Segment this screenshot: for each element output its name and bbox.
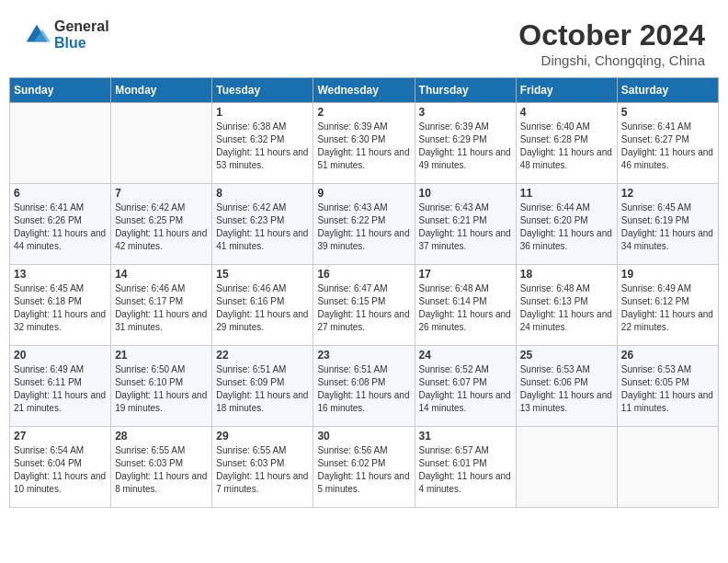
day-info: Sunrise: 6:56 AM Sunset: 6:02 PM Dayligh…: [317, 444, 410, 496]
page-header: General Blue October 2024 Dingshi, Chong…: [9, 9, 719, 73]
day-number: 9: [317, 187, 410, 200]
day-number: 20: [14, 349, 107, 362]
day-info: Sunrise: 6:50 AM Sunset: 6:10 PM Dayligh…: [115, 363, 208, 415]
day-number: 17: [419, 268, 512, 281]
day-number: 2: [317, 106, 410, 119]
weekday-header: Sunday: [10, 78, 111, 103]
day-number: 14: [115, 268, 208, 281]
calendar-cell: 19Sunrise: 6:49 AM Sunset: 6:12 PM Dayli…: [617, 265, 718, 346]
day-number: 21: [115, 349, 208, 362]
calendar-cell: 8Sunrise: 6:42 AM Sunset: 6:23 PM Daylig…: [212, 184, 313, 265]
day-number: 15: [216, 268, 309, 281]
calendar-cell: 20Sunrise: 6:49 AM Sunset: 6:11 PM Dayli…: [10, 346, 111, 427]
title-block: October 2024 Dingshi, Chongqing, China: [518, 18, 705, 68]
day-info: Sunrise: 6:39 AM Sunset: 6:30 PM Dayligh…: [317, 121, 410, 172]
day-number: 24: [419, 349, 512, 362]
day-info: Sunrise: 6:39 AM Sunset: 6:29 PM Dayligh…: [419, 121, 512, 172]
calendar-cell: 7Sunrise: 6:42 AM Sunset: 6:25 PM Daylig…: [111, 184, 212, 265]
calendar-week-row: 6Sunrise: 6:41 AM Sunset: 6:26 PM Daylig…: [10, 184, 719, 265]
day-info: Sunrise: 6:55 AM Sunset: 6:03 PM Dayligh…: [216, 444, 309, 496]
day-info: Sunrise: 6:44 AM Sunset: 6:20 PM Dayligh…: [520, 201, 613, 253]
calendar-cell: 4Sunrise: 6:40 AM Sunset: 6:28 PM Daylig…: [516, 103, 617, 184]
logo-icon: [23, 21, 51, 49]
day-number: 8: [216, 187, 309, 200]
day-info: Sunrise: 6:52 AM Sunset: 6:07 PM Dayligh…: [419, 363, 512, 415]
day-info: Sunrise: 6:47 AM Sunset: 6:15 PM Dayligh…: [317, 282, 410, 334]
calendar-header-row: SundayMondayTuesdayWednesdayThursdayFrid…: [10, 78, 719, 103]
day-info: Sunrise: 6:55 AM Sunset: 6:03 PM Dayligh…: [115, 444, 208, 496]
calendar-cell: 27Sunrise: 6:54 AM Sunset: 6:04 PM Dayli…: [10, 427, 111, 508]
day-number: 19: [621, 268, 714, 281]
logo-general: General: [54, 18, 109, 35]
calendar-cell: 18Sunrise: 6:48 AM Sunset: 6:13 PM Dayli…: [516, 265, 617, 346]
calendar-cell: [111, 103, 212, 184]
calendar-cell: [617, 427, 718, 508]
calendar-cell: 9Sunrise: 6:43 AM Sunset: 6:22 PM Daylig…: [313, 184, 415, 265]
location: Dingshi, Chongqing, China: [518, 52, 705, 68]
weekday-header: Thursday: [415, 78, 516, 103]
calendar-week-row: 1Sunrise: 6:38 AM Sunset: 6:32 PM Daylig…: [10, 103, 719, 184]
day-number: 22: [216, 349, 309, 362]
day-number: 23: [317, 349, 410, 362]
calendar-cell: 16Sunrise: 6:47 AM Sunset: 6:15 PM Dayli…: [313, 265, 415, 346]
calendar-week-row: 27Sunrise: 6:54 AM Sunset: 6:04 PM Dayli…: [10, 427, 719, 508]
calendar-cell: 6Sunrise: 6:41 AM Sunset: 6:26 PM Daylig…: [10, 184, 111, 265]
calendar-cell: 24Sunrise: 6:52 AM Sunset: 6:07 PM Dayli…: [415, 346, 516, 427]
calendar-cell: 31Sunrise: 6:57 AM Sunset: 6:01 PM Dayli…: [415, 427, 516, 508]
weekday-header: Wednesday: [313, 78, 415, 103]
calendar-cell: 5Sunrise: 6:41 AM Sunset: 6:27 PM Daylig…: [617, 103, 718, 184]
calendar-week-row: 20Sunrise: 6:49 AM Sunset: 6:11 PM Dayli…: [10, 346, 719, 427]
day-info: Sunrise: 6:46 AM Sunset: 6:16 PM Dayligh…: [216, 282, 309, 334]
day-number: 11: [520, 187, 613, 200]
day-info: Sunrise: 6:49 AM Sunset: 6:12 PM Dayligh…: [621, 282, 714, 334]
day-number: 6: [14, 187, 107, 200]
month-title: October 2024: [518, 18, 705, 52]
day-info: Sunrise: 6:49 AM Sunset: 6:11 PM Dayligh…: [14, 363, 107, 415]
calendar-cell: 17Sunrise: 6:48 AM Sunset: 6:14 PM Dayli…: [415, 265, 516, 346]
calendar-cell: 22Sunrise: 6:51 AM Sunset: 6:09 PM Dayli…: [212, 346, 313, 427]
calendar-cell: 3Sunrise: 6:39 AM Sunset: 6:29 PM Daylig…: [415, 103, 516, 184]
day-info: Sunrise: 6:43 AM Sunset: 6:21 PM Dayligh…: [419, 201, 512, 253]
weekday-header: Monday: [111, 78, 212, 103]
logo-text: General Blue: [54, 18, 109, 51]
calendar-week-row: 13Sunrise: 6:45 AM Sunset: 6:18 PM Dayli…: [10, 265, 719, 346]
day-number: 31: [419, 430, 512, 442]
day-number: 16: [317, 268, 410, 281]
day-number: 1: [216, 106, 309, 119]
day-info: Sunrise: 6:53 AM Sunset: 6:06 PM Dayligh…: [520, 363, 613, 415]
calendar-cell: 23Sunrise: 6:51 AM Sunset: 6:08 PM Dayli…: [313, 346, 415, 427]
calendar-cell: 14Sunrise: 6:46 AM Sunset: 6:17 PM Dayli…: [111, 265, 212, 346]
day-info: Sunrise: 6:57 AM Sunset: 6:01 PM Dayligh…: [419, 444, 512, 496]
logo: General Blue: [23, 18, 109, 51]
calendar-cell: [516, 427, 617, 508]
day-info: Sunrise: 6:51 AM Sunset: 6:09 PM Dayligh…: [216, 363, 309, 415]
weekday-header: Tuesday: [212, 78, 313, 103]
day-number: 5: [621, 106, 714, 119]
day-info: Sunrise: 6:51 AM Sunset: 6:08 PM Dayligh…: [317, 363, 410, 415]
day-info: Sunrise: 6:54 AM Sunset: 6:04 PM Dayligh…: [14, 444, 107, 496]
day-info: Sunrise: 6:48 AM Sunset: 6:14 PM Dayligh…: [419, 282, 512, 334]
day-info: Sunrise: 6:48 AM Sunset: 6:13 PM Dayligh…: [520, 282, 613, 334]
calendar-cell: 11Sunrise: 6:44 AM Sunset: 6:20 PM Dayli…: [516, 184, 617, 265]
calendar-cell: [10, 103, 111, 184]
logo-blue: Blue: [54, 35, 109, 52]
calendar-cell: 1Sunrise: 6:38 AM Sunset: 6:32 PM Daylig…: [212, 103, 313, 184]
weekday-header: Friday: [516, 78, 617, 103]
weekday-header: Saturday: [617, 78, 718, 103]
calendar-cell: 13Sunrise: 6:45 AM Sunset: 6:18 PM Dayli…: [10, 265, 111, 346]
day-number: 28: [115, 430, 208, 442]
day-number: 3: [419, 106, 512, 119]
day-number: 7: [115, 187, 208, 200]
calendar-cell: 26Sunrise: 6:53 AM Sunset: 6:05 PM Dayli…: [617, 346, 718, 427]
day-number: 30: [317, 430, 410, 442]
calendar-cell: 25Sunrise: 6:53 AM Sunset: 6:06 PM Dayli…: [516, 346, 617, 427]
day-info: Sunrise: 6:42 AM Sunset: 6:23 PM Dayligh…: [216, 201, 309, 253]
calendar-cell: 30Sunrise: 6:56 AM Sunset: 6:02 PM Dayli…: [313, 427, 415, 508]
calendar-cell: 28Sunrise: 6:55 AM Sunset: 6:03 PM Dayli…: [111, 427, 212, 508]
day-info: Sunrise: 6:45 AM Sunset: 6:19 PM Dayligh…: [621, 201, 714, 253]
calendar-cell: 2Sunrise: 6:39 AM Sunset: 6:30 PM Daylig…: [313, 103, 415, 184]
day-info: Sunrise: 6:40 AM Sunset: 6:28 PM Dayligh…: [520, 121, 613, 172]
calendar-cell: 15Sunrise: 6:46 AM Sunset: 6:16 PM Dayli…: [212, 265, 313, 346]
day-info: Sunrise: 6:45 AM Sunset: 6:18 PM Dayligh…: [14, 282, 107, 334]
day-info: Sunrise: 6:41 AM Sunset: 6:26 PM Dayligh…: [14, 201, 107, 253]
